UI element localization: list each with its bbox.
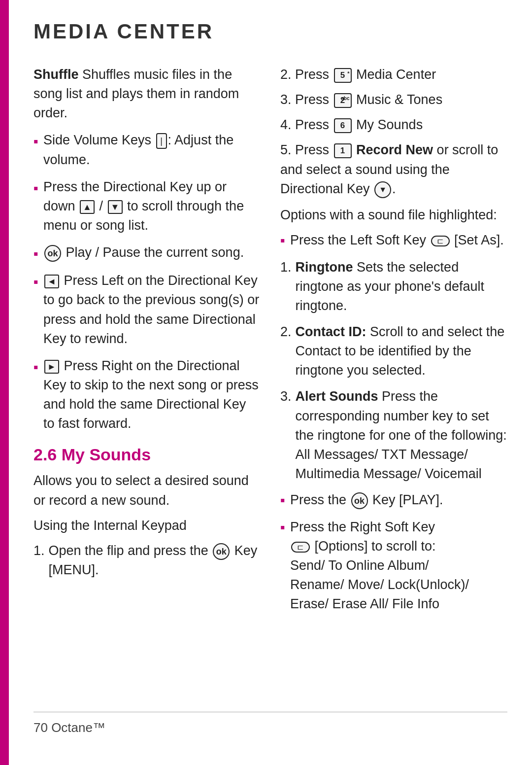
content-area: MEDIA CENTER Shuffle Shuffles music file… bbox=[9, 0, 532, 765]
subitem-1: 1. Ringtone Sets the selected ringtone a… bbox=[280, 258, 507, 315]
left-soft-key-text: Press the Left Soft Key ⊏ [Set As]. bbox=[290, 231, 504, 250]
shuffle-term: Shuffle bbox=[33, 67, 79, 82]
step-5-label: Record New or scroll to and select a sou… bbox=[280, 142, 498, 196]
subitem-1-num: 1. bbox=[280, 258, 292, 277]
up-arrow-icon: ▲ bbox=[80, 200, 95, 214]
right-bullet-dot-2: ▪ bbox=[280, 490, 285, 511]
page-title: MEDIA CENTER bbox=[33, 20, 507, 47]
directional-updown-text: Press the Directional Key up or down ▲ /… bbox=[43, 177, 261, 235]
right-arrow-text: ► Press Right on the Directional Key to … bbox=[43, 356, 261, 434]
bullet-dot-1: ▪ bbox=[33, 132, 38, 151]
right-soft-key-text: Press the Right Soft Key ⊏ [Options] to … bbox=[290, 518, 469, 614]
bullet-dot-2: ▪ bbox=[33, 178, 38, 198]
volume-keys-item: ▪ Side Volume Keys |: Adjust the volume. bbox=[33, 131, 261, 169]
options-heading: Options with a sound file highlighted: bbox=[280, 206, 507, 225]
step-3-label: Music & Tones bbox=[356, 92, 442, 107]
left-arrow-item: ▪ ◄ Press Left on the Directional Key to… bbox=[33, 271, 261, 348]
bullet-dot-4: ▪ bbox=[33, 272, 38, 291]
key-6-icon: 6 bbox=[334, 118, 352, 133]
right-arrow-item: ▪ ► Press Right on the Directional Key t… bbox=[33, 356, 261, 434]
right-step-2: 2. Press 5* Media Center bbox=[280, 65, 507, 84]
ok-icon-1: ok bbox=[44, 245, 61, 262]
shuffle-item: Shuffle Shuffles music files in the song… bbox=[33, 65, 261, 123]
soft-key-left-icon: ⊏ bbox=[431, 236, 450, 246]
step-4-label: My Sounds bbox=[356, 117, 423, 132]
contact-id-term: Contact ID: bbox=[296, 324, 366, 339]
left-arrow-text: ◄ Press Left on the Directional Key to g… bbox=[43, 271, 261, 348]
ringtone-term: Ringtone bbox=[296, 260, 353, 275]
subitem-2-num: 2. bbox=[280, 322, 292, 342]
step-1-inner: 1. Open the flip and press the ok Key [M… bbox=[33, 541, 261, 580]
subitem-1-text: Ringtone Sets the selected ringtone as y… bbox=[296, 258, 507, 315]
ok-play-pause-item: ▪ ok Play / Pause the current song. bbox=[33, 243, 261, 263]
bullet-dot-5: ▪ bbox=[33, 357, 38, 377]
subitem-2-text: Contact ID: Scroll to and select the Con… bbox=[296, 322, 507, 380]
right-step-4: 4. Press 6 My Sounds bbox=[280, 115, 507, 135]
star-sup: * bbox=[347, 70, 349, 78]
step-1-num: 1. bbox=[33, 541, 45, 560]
down-arrow-icon: ▼ bbox=[108, 200, 123, 214]
subitem-3-num: 3. bbox=[280, 387, 292, 406]
bullet-dot-3: ▪ bbox=[33, 244, 38, 263]
ok-icon-step1: ok bbox=[213, 543, 230, 560]
subitem-3-inner: 3. Alert Sounds Press the corresponding … bbox=[280, 387, 507, 484]
subsection-heading: Using the Internal Keypad bbox=[33, 516, 261, 535]
step-1: 1. Open the flip and press the ok Key [M… bbox=[33, 541, 261, 580]
two-column-layout: Shuffle Shuffles music files in the song… bbox=[33, 65, 507, 697]
key-1-icon: 1 bbox=[334, 143, 352, 158]
step-2-label: Media Center bbox=[356, 67, 436, 82]
section-heading-my-sounds: 2.6 My Sounds bbox=[33, 445, 261, 464]
ok-play-text: Press the ok Key [PLAY]. bbox=[290, 490, 443, 510]
left-soft-key-bullet: ▪ Press the Left Soft Key ⊏ [Set As]. bbox=[280, 231, 507, 251]
right-soft-key-bullet: ▪ Press the Right Soft Key ⊏ [Options] t… bbox=[280, 518, 507, 614]
left-column: Shuffle Shuffles music files in the song… bbox=[33, 65, 261, 697]
key-2-icon: 2abc bbox=[334, 93, 352, 108]
directional-updown-item: ▪ Press the Directional Key up or down ▲… bbox=[33, 177, 261, 235]
section-description: Allows you to select a desired sound or … bbox=[33, 471, 261, 510]
footer-divider bbox=[33, 712, 507, 712]
right-step-5: 5. Press 1 Record New or scroll to and s… bbox=[280, 140, 507, 198]
left-bar-accent bbox=[0, 0, 9, 765]
subitem-1-inner: 1. Ringtone Sets the selected ringtone a… bbox=[280, 258, 507, 315]
ok-icon-play: ok bbox=[351, 492, 368, 509]
subitem-3-text: Alert Sounds Press the corresponding num… bbox=[296, 387, 507, 484]
volume-keys-text: Side Volume Keys |: Adjust the volume. bbox=[43, 131, 261, 169]
key-5-icon: 5* bbox=[334, 68, 352, 83]
soft-key-right-icon: ⊏ bbox=[291, 542, 310, 553]
ok-play-bullet: ▪ Press the ok Key [PLAY]. bbox=[280, 490, 507, 511]
right-step-3: 3. Press 2abc Music & Tones bbox=[280, 90, 507, 109]
right-column: 2. Press 5* Media Center 3. Press 2abc M… bbox=[280, 65, 507, 697]
left-arrow-icon: ◄ bbox=[44, 275, 59, 288]
step-1-text: Open the flip and press the ok Key [MENU… bbox=[49, 541, 261, 580]
shuffle-text: Shuffle Shuffles music files in the song… bbox=[33, 65, 261, 123]
subitem-2-inner: 2. Contact ID: Scroll to and select the … bbox=[280, 322, 507, 380]
ok-play-pause-text: ok Play / Pause the current song. bbox=[43, 243, 244, 262]
right-bullet-dot-3: ▪ bbox=[280, 518, 285, 538]
subitem-3: 3. Alert Sounds Press the corresponding … bbox=[280, 387, 507, 484]
directional-icon-step5: ▼ bbox=[374, 181, 391, 198]
alert-sounds-term: Alert Sounds bbox=[296, 389, 378, 404]
subitem-2: 2. Contact ID: Scroll to and select the … bbox=[280, 322, 507, 380]
right-bullet-dot-1: ▪ bbox=[280, 231, 285, 251]
footer-text: 70 Octane™ bbox=[33, 720, 507, 735]
volume-icon: | bbox=[156, 133, 167, 149]
abc-sup: abc bbox=[341, 95, 349, 103]
right-arrow-icon: ► bbox=[44, 360, 59, 374]
page-container: MEDIA CENTER Shuffle Shuffles music file… bbox=[0, 0, 532, 765]
